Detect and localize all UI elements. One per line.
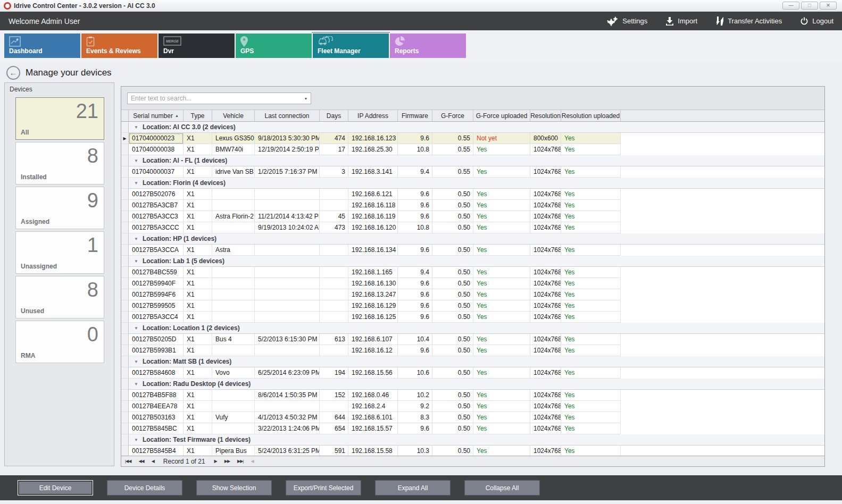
data-row[interactable]: 00127B503163X1Vufy4/1/2013 4:50:32 PM644… bbox=[121, 412, 824, 423]
column-header-firmware[interactable]: Firmware bbox=[398, 110, 432, 121]
cell-value: 00127B5A3CC3 bbox=[132, 213, 178, 220]
device-filter-card-installed[interactable]: 8Installed bbox=[15, 142, 104, 184]
group-row[interactable]: ▼Location: Lab 1 (5 devices) bbox=[121, 256, 824, 267]
data-row[interactable]: 00127B599505X1192.168.16.1299.60.50Yes10… bbox=[121, 300, 824, 312]
device-filter-card-rma[interactable]: 0RMA bbox=[15, 321, 104, 363]
pager-prev-button[interactable]: ◀ bbox=[148, 459, 158, 464]
data-row[interactable]: 00127B5994F6X1192.168.13.2479.60.50Yes10… bbox=[121, 289, 824, 300]
group-collapse-icon[interactable]: ▼ bbox=[134, 382, 138, 387]
group-row-label: Location: Lab 1 (5 devices) bbox=[143, 257, 224, 265]
group-row[interactable]: ▼Location: Florin (4 devices) bbox=[121, 178, 824, 189]
cell-value: 00127B5994F6 bbox=[132, 291, 176, 298]
maximize-button[interactable]: □ bbox=[801, 2, 818, 10]
data-row[interactable]: 00127B4EEA78X1192.168.2.49.20.50Yes1024x… bbox=[121, 401, 824, 412]
column-header-gforce_uploaded[interactable]: G-Force uploaded bbox=[473, 110, 530, 121]
data-row[interactable]: 00127B50205DX1Bus 45/2/2013 6:15:30 PM61… bbox=[121, 334, 824, 345]
group-collapse-icon[interactable]: ▼ bbox=[134, 158, 138, 163]
column-header-type[interactable]: Type bbox=[184, 110, 212, 121]
group-collapse-icon[interactable]: ▼ bbox=[134, 125, 138, 130]
cell-vehicle bbox=[212, 401, 255, 412]
column-header-last_connection[interactable]: Last connection bbox=[255, 110, 320, 121]
tab-fleet-manager[interactable]: Fleet Manager bbox=[313, 33, 389, 58]
pager-fast-back-button[interactable]: ◀◀ bbox=[135, 459, 147, 464]
expand-all-button[interactable]: Expand All bbox=[375, 480, 451, 495]
row-filler bbox=[621, 245, 824, 256]
data-row[interactable]: 00127B4B5F88X18/6/2014 1:50:35 PM152192.… bbox=[121, 390, 824, 401]
data-row[interactable]: 00127B5A3CCAX1Astra192.168.16.1349.60.50… bbox=[121, 245, 824, 256]
group-collapse-icon[interactable]: ▼ bbox=[134, 326, 138, 331]
column-header-ip[interactable]: IP Address bbox=[348, 110, 398, 121]
pager-first-button[interactable]: |◀◀ bbox=[121, 459, 135, 464]
data-row[interactable]: 00127B5845BCX13/22/2013 1:24:06 PM654192… bbox=[121, 423, 824, 434]
column-header-label: Type bbox=[190, 112, 204, 120]
search-input[interactable] bbox=[128, 95, 301, 102]
column-header-vehicle[interactable]: Vehicle bbox=[212, 110, 255, 121]
pager-next-button[interactable]: ▶ bbox=[211, 459, 221, 464]
group-row[interactable]: ▼Location: Matt SB (1 devices) bbox=[121, 356, 824, 367]
group-collapse-icon[interactable]: ▼ bbox=[134, 359, 138, 364]
search-dropdown-icon[interactable]: ▼ bbox=[301, 93, 311, 104]
data-row[interactable]: 00127B584608X1Vovo6/25/2014 6:23:09 PM19… bbox=[121, 367, 824, 379]
group-row[interactable]: ▼Location: Al - FL (1 devices) bbox=[121, 155, 824, 166]
column-header-days[interactable]: Days bbox=[320, 110, 348, 121]
header-action-logout[interactable]: Logout bbox=[800, 17, 833, 26]
back-button[interactable]: ← bbox=[6, 66, 20, 80]
group-collapse-icon[interactable]: ▼ bbox=[134, 237, 138, 241]
group-row[interactable]: ▼Location: Radu Desktop (4 devices) bbox=[121, 379, 824, 390]
device-filter-card-assigned[interactable]: 9Assigned bbox=[15, 187, 104, 229]
column-header-resolution[interactable]: Resolution bbox=[530, 110, 561, 121]
group-row[interactable]: ▼Location: Al CC 3.0 (2 devices) bbox=[121, 122, 824, 133]
data-row[interactable]: 00127B5A3CCCX19/19/2013 10:24:02 AM47319… bbox=[121, 222, 824, 233]
data-row[interactable]: 017040000038X1BMW740i12/19/2014 2:50:19 … bbox=[121, 144, 824, 155]
group-row[interactable]: ▼Location: Location 1 (2 devices) bbox=[121, 323, 824, 334]
data-row[interactable]: ▶017040000023X1Lexus GS3509/18/2013 5:30… bbox=[121, 133, 824, 144]
cell-ip: 192.168.1.165 bbox=[348, 267, 398, 278]
group-row-label: Location: Location 1 (2 devices) bbox=[143, 324, 240, 332]
cell-value: 8/6/2014 1:50:35 PM bbox=[258, 391, 317, 399]
header-action-import[interactable]: Import bbox=[665, 17, 697, 26]
minimize-button[interactable]: — bbox=[782, 2, 799, 10]
group-collapse-icon[interactable]: ▼ bbox=[134, 259, 138, 264]
show-selection-button[interactable]: Show Selection bbox=[196, 480, 272, 495]
data-row[interactable]: 00127B502076X1192.168.6.1219.60.50Yes102… bbox=[121, 189, 824, 200]
column-header-gforce[interactable]: G-Force bbox=[432, 110, 473, 121]
export-print-selected-button[interactable]: Export/Print Selected bbox=[286, 480, 361, 495]
column-header-serial[interactable]: Serial number▲ bbox=[129, 110, 184, 121]
cell-value: 12/19/2014 2:50:19 PM bbox=[258, 146, 320, 153]
device-filter-card-unassigned[interactable]: 1Unassigned bbox=[15, 231, 104, 274]
header-action-settings[interactable]: Settings bbox=[607, 16, 647, 26]
collapse-all-button[interactable]: Collapse All bbox=[464, 480, 540, 495]
data-row[interactable]: 00127B5993B1X1192.168.16.129.60.50Yes102… bbox=[121, 345, 824, 356]
group-row[interactable]: ▼Location: HP (1 devices) bbox=[121, 233, 824, 245]
tab-dvr[interactable]: MERGEDvr bbox=[159, 33, 235, 58]
cell-value: Yes bbox=[477, 268, 487, 276]
tab-events-reviews[interactable]: Events & Reviews bbox=[81, 33, 157, 58]
data-row[interactable]: 00127B59940FX1192.168.16.1309.60.50Yes10… bbox=[121, 278, 824, 289]
group-collapse-icon[interactable]: ▼ bbox=[134, 438, 138, 442]
pager-fast-forward-button[interactable]: ▶▶ bbox=[221, 459, 234, 464]
cell-type: X1 bbox=[184, 245, 212, 256]
device-filter-card-unused[interactable]: 8Unused bbox=[15, 276, 104, 318]
card-count: 21 bbox=[76, 100, 98, 123]
data-row[interactable]: 00127B5845B4X1Pipera Bus5/24/2013 6:31:2… bbox=[121, 446, 824, 457]
header-action-transfer-activities[interactable]: Transfer Activities bbox=[715, 16, 782, 26]
edit-device-button[interactable]: Edit Device bbox=[18, 480, 93, 495]
data-row[interactable]: 00127B5A3CC3X1Astra Florin-211/21/2014 4… bbox=[121, 211, 824, 222]
group-collapse-icon[interactable]: ▼ bbox=[134, 181, 138, 186]
cell-ip: 192.168.15.57 bbox=[348, 423, 398, 434]
tab-gps[interactable]: GPS bbox=[236, 33, 312, 58]
column-header-resolution_uploaded[interactable]: Resolution uploaded bbox=[561, 110, 621, 121]
data-row[interactable]: 00127B5A3CB7X1192.168.16.1189.60.50Yes10… bbox=[121, 200, 824, 211]
tab-reports[interactable]: Reports bbox=[390, 33, 466, 58]
pager-last-button[interactable]: ▶▶| bbox=[234, 459, 247, 464]
cell-value: 1024x768 bbox=[533, 280, 561, 287]
close-button[interactable]: ✕ bbox=[820, 2, 837, 10]
data-row[interactable]: 00127B4BC559X1192.168.1.1659.40.50Yes102… bbox=[121, 267, 824, 278]
cell-value: 591 bbox=[335, 447, 345, 455]
device-details-button[interactable]: Device Details bbox=[107, 480, 182, 495]
device-filter-card-all[interactable]: 21All bbox=[15, 97, 104, 140]
data-row[interactable]: 017040000037X1idrive Van SB1/2/2015 7:16… bbox=[121, 166, 824, 178]
data-row[interactable]: 00127B5A3CC4X1192.168.16.1259.60.50Yes10… bbox=[121, 312, 824, 323]
tab-dashboard[interactable]: Dashboard bbox=[4, 33, 80, 58]
group-row[interactable]: ▼Location: Test Firmware (1 devices) bbox=[121, 434, 824, 446]
